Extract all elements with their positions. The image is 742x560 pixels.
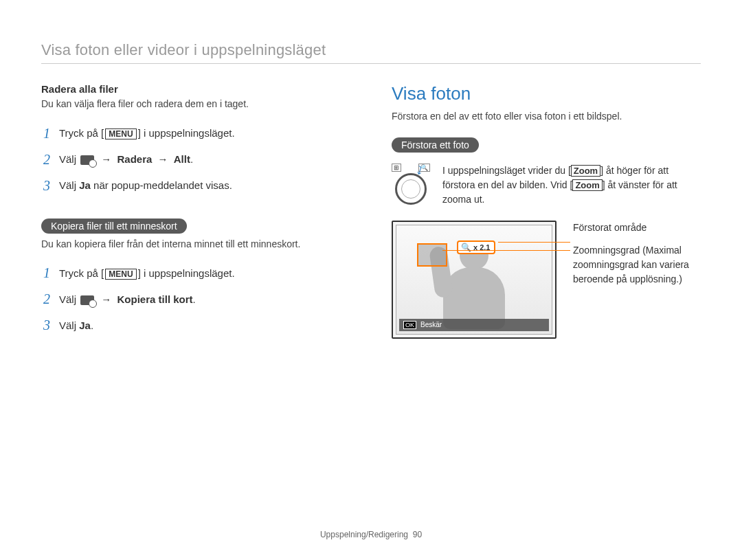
callout-zoom: Zoomningsgrad (Maximal zoomningsgrad kan… (573, 243, 701, 287)
step-text: Välj Ja när popup-meddelandet visas. (59, 176, 232, 194)
text: Välj (59, 179, 79, 191)
bold-text: Ja (79, 179, 91, 191)
screen-inner: 🔍 x 2.1 OK Beskär (396, 225, 552, 335)
text: Tryck på [ (59, 127, 104, 139)
step-text: Välj → Radera → Allt. (59, 150, 193, 168)
section-intro: Förstora en del av ett foto eller visa f… (392, 110, 701, 124)
zoom-badge: 🔍 x 2.1 (457, 240, 495, 254)
text: ] i uppspelningsläget. (138, 127, 235, 139)
page-footer: Uppspelning/Redigering 90 (0, 530, 742, 539)
bold-text: Allt (174, 153, 190, 165)
copy-files-pill: Kopiera filer till ett minneskort (41, 219, 187, 234)
zoom-instruction-text: I uppspelningsläget vrider du [Zoom] åt … (442, 164, 701, 207)
copy-step-2: 2 Välj → Kopiera till kort. (41, 287, 350, 311)
step-number: 2 (41, 147, 52, 172)
text: . (193, 293, 196, 305)
leader-line (442, 250, 570, 251)
bold-text: Radera (117, 153, 153, 165)
zoom-instruction-row: ⊞ 🔍 ⤵ I uppspelningsläget vrider du [Zoo… (392, 164, 701, 207)
callout-area: Förstorat område (573, 221, 701, 235)
arrow-icon: → (158, 153, 168, 165)
magnify-pill: Förstora ett foto (392, 137, 479, 153)
figure-row: 🔍 x 2.1 OK Beskär Förstorat område Zoomn… (392, 221, 701, 339)
delete-all-desc: Du kan välja flera filer och radera dem … (41, 98, 350, 111)
camera-screen: 🔍 x 2.1 OK Beskär (392, 221, 556, 339)
step-text: Tryck på [MENU] i uppspelningsläget. (59, 124, 235, 142)
text: . (91, 320, 93, 331)
step-number: 3 (41, 173, 52, 198)
bold-text: Kopiera till kort (117, 293, 193, 305)
copy-step-1: 1 Tryck på [MENU] i uppspelningsläget. (41, 260, 350, 285)
step-number: 3 (41, 313, 52, 337)
footer-section: Uppspelning/Redigering (320, 530, 408, 539)
text: när popup-meddelandet visas. (91, 179, 232, 191)
camera-screen-figure: 🔍 x 2.1 OK Beskär (392, 221, 556, 339)
text: . (190, 153, 193, 165)
ok-button-label: OK (403, 321, 416, 329)
step-number: 1 (41, 121, 52, 146)
zoom-label-box: Zoom (571, 165, 600, 177)
content-columns: Radera alla filer Du kan välja flera fil… (41, 83, 701, 354)
dial-ring (395, 173, 427, 205)
text: ] i uppspelningsläget. (138, 267, 235, 279)
header-title: Visa foton eller videor i uppspelningslä… (41, 41, 326, 58)
arrow-icon: → (101, 293, 111, 305)
menu-button-label: MENU (105, 269, 136, 280)
step-number: 1 (41, 260, 52, 285)
text: Välj (59, 293, 79, 305)
arrow-icon: → (101, 153, 111, 165)
dial-left-icon: ⊞ (392, 164, 401, 172)
text: I uppspelningsläget vrider du [ (442, 165, 571, 176)
copy-steps: 1 Tryck på [MENU] i uppspelningsläget. 2… (41, 260, 350, 337)
footer-page-number: 90 (413, 530, 422, 539)
text: Tryck på [ (59, 267, 104, 279)
menu-button-label: MENU (105, 128, 136, 139)
step-text: Välj Ja. (59, 316, 93, 335)
text: Välj (59, 320, 79, 331)
step-number: 2 (41, 287, 52, 311)
card-tools-icon (80, 295, 94, 305)
delete-steps: 1 Tryck på [MENU] i uppspelningsläget. 2… (41, 121, 350, 198)
delete-step-1: 1 Tryck på [MENU] i uppspelningsläget. (41, 121, 350, 146)
screen-bottom-bar: OK Beskär (399, 319, 549, 331)
section-title: Visa foton (392, 83, 701, 104)
page-header: Visa foton eller videor i uppspelningslä… (41, 41, 701, 64)
left-column: Radera alla filer Du kan välja flera fil… (41, 83, 350, 354)
zoom-dial-illustration: ⊞ 🔍 ⤵ (392, 164, 430, 205)
copy-step-3: 3 Välj Ja. (41, 313, 350, 337)
delete-all-heading: Radera alla filer (41, 83, 350, 95)
zoom-area-rect (417, 243, 447, 267)
delete-step-2: 2 Välj → Radera → Allt. (41, 147, 350, 172)
leader-line (498, 242, 570, 243)
delete-step-3: 3 Välj Ja när popup-meddelandet visas. (41, 173, 350, 198)
right-column: Visa foton Förstora en del av ett foto e… (392, 83, 701, 354)
zoom-label-box: Zoom (572, 179, 602, 191)
bold-text: Ja (79, 320, 91, 331)
text: Välj (59, 153, 79, 165)
step-text: Tryck på [MENU] i uppspelningsläget. (59, 264, 235, 282)
copy-desc: Du kan kopiera filer från det interna mi… (41, 238, 350, 251)
step-text: Välj → Kopiera till kort. (59, 290, 196, 309)
trim-label: Beskär (420, 321, 442, 328)
card-tools-icon (80, 155, 94, 165)
figure-callouts: Förstorat område Zoomningsgrad (Maximal … (573, 221, 701, 295)
